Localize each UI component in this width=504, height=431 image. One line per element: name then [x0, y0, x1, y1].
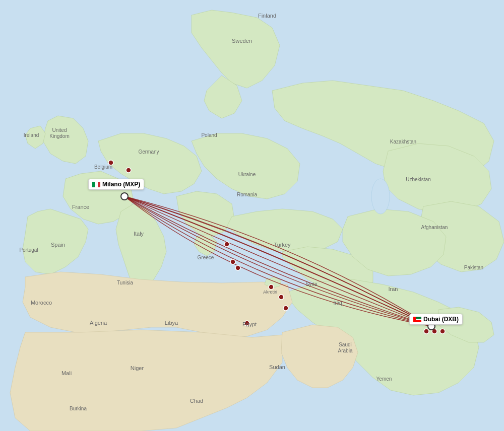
svg-text:Ireland: Ireland [24, 132, 39, 138]
map-svg: Finland Sweden United Kingdom Ireland Be… [0, 0, 504, 431]
map-container: Finland Sweden United Kingdom Ireland Be… [0, 0, 504, 431]
milano-dot [121, 193, 128, 200]
svg-point-13 [440, 329, 445, 334]
svg-point-6 [235, 265, 240, 270]
svg-text:Pakistan: Pakistan [464, 265, 483, 270]
svg-text:Romania: Romania [237, 192, 257, 197]
svg-text:Italy: Italy [134, 231, 144, 237]
svg-text:Greece: Greece [198, 255, 214, 260]
svg-text:Uzbekistan: Uzbekistan [406, 177, 430, 182]
svg-text:Turkey: Turkey [274, 242, 291, 248]
svg-text:Ukraine: Ukraine [238, 172, 256, 177]
svg-point-7 [269, 284, 274, 290]
svg-text:Afghanistan: Afghanistan [421, 225, 448, 230]
svg-point-3 [126, 168, 131, 173]
svg-text:Akrotiri: Akrotiri [263, 290, 277, 295]
svg-text:Kingdom: Kingdom [49, 133, 69, 139]
svg-text:Arabia: Arabia [338, 348, 353, 353]
svg-text:United: United [52, 127, 67, 133]
svg-text:Mali: Mali [61, 370, 72, 376]
svg-point-11 [424, 329, 429, 334]
svg-text:Kazakhstan: Kazakhstan [390, 139, 416, 145]
svg-point-4 [224, 242, 229, 247]
svg-text:Chad: Chad [190, 398, 203, 404]
svg-text:Niger: Niger [131, 365, 144, 371]
svg-point-1 [371, 179, 390, 214]
svg-text:France: France [72, 204, 89, 210]
svg-point-9 [283, 306, 288, 311]
svg-text:Yemen: Yemen [376, 376, 392, 382]
svg-text:Tunisia: Tunisia [117, 280, 133, 285]
svg-text:Libya: Libya [165, 320, 178, 326]
svg-text:Morocco: Morocco [31, 300, 52, 306]
svg-text:Saudi: Saudi [339, 342, 352, 347]
svg-point-8 [279, 295, 284, 300]
svg-text:Iraq: Iraq [333, 300, 342, 306]
svg-text:Sudan: Sudan [269, 364, 285, 370]
svg-text:Egypt: Egypt [242, 321, 257, 327]
svg-text:Germany: Germany [138, 149, 159, 155]
svg-text:Finland: Finland [258, 13, 276, 19]
svg-text:Spain: Spain [51, 242, 65, 248]
svg-text:Poland: Poland [201, 132, 217, 138]
svg-text:Burkina: Burkina [70, 406, 87, 411]
svg-text:Algeria: Algeria [90, 320, 107, 326]
dubai-dot [428, 323, 435, 330]
svg-text:Sweden: Sweden [232, 38, 252, 44]
svg-text:Iran: Iran [389, 286, 398, 292]
svg-point-5 [230, 259, 235, 264]
svg-text:Syria: Syria [306, 281, 318, 287]
svg-text:Belgium: Belgium [94, 164, 112, 170]
svg-text:Portugal: Portugal [19, 247, 38, 253]
